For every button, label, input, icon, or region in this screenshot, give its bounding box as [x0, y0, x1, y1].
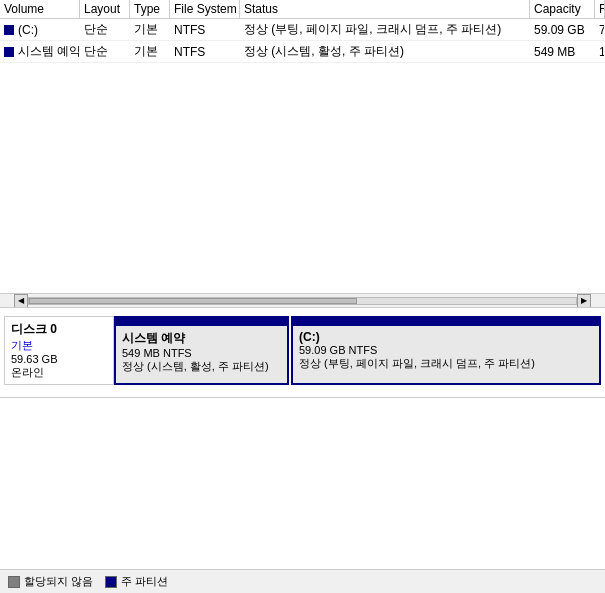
col-header-extra[interactable]: F [595, 0, 605, 18]
disk-row: 디스크 0 기본 59.63 GB 온라인 시스템 예약 549 MB NTFS… [4, 316, 601, 385]
disk-partitions: 시스템 예약 549 MB NTFS 정상 (시스템, 활성, 주 파티션) (… [114, 316, 601, 385]
table-body: (C:) 단순 기본 NTFS 정상 (부팅, 페이지 파일, 크래시 덤프, … [0, 19, 605, 63]
table-row[interactable]: 시스템 예약 단순 기본 NTFS 정상 (시스템, 활성, 주 파티션) 54… [0, 41, 605, 63]
cell-volume-1: 시스템 예약 [0, 41, 80, 62]
disk-icon-1 [4, 47, 14, 57]
legend-primary-box [105, 576, 117, 588]
legend-primary: 주 파티션 [105, 574, 168, 589]
partition-1[interactable]: (C:) 59.09 GB NTFS 정상 (부팅, 페이지 파일, 크래시 덤… [291, 316, 601, 385]
partition-status-0: 정상 (시스템, 활성, 주 파티션) [122, 359, 281, 374]
table-header: Volume Layout Type File System Status Ca… [0, 0, 605, 19]
col-header-layout[interactable]: Layout [80, 0, 130, 18]
disk-icon-0 [4, 25, 14, 35]
cell-capacity-0: 59.09 GB [530, 21, 595, 39]
disk-name: 디스크 0 [11, 321, 107, 338]
partition-size-0: 549 MB NTFS [122, 347, 281, 359]
cell-layout-0: 단순 [80, 19, 130, 40]
col-header-filesystem[interactable]: File System [170, 0, 240, 18]
cell-status-0: 정상 (부팅, 페이지 파일, 크래시 덤프, 주 파티션) [240, 19, 530, 40]
cell-extra-0: 7 [595, 21, 605, 39]
table-scroll-area [0, 63, 605, 293]
table-row[interactable]: (C:) 단순 기본 NTFS 정상 (부팅, 페이지 파일, 크래시 덤프, … [0, 19, 605, 41]
col-header-status[interactable]: Status [240, 0, 530, 18]
cell-status-1: 정상 (시스템, 활성, 주 파티션) [240, 41, 530, 62]
partition-status-1: 정상 (부팅, 페이지 파일, 크래시 덤프, 주 파티션) [299, 356, 593, 371]
cell-capacity-1: 549 MB [530, 43, 595, 61]
cell-extra-1: 1 [595, 43, 605, 61]
cell-layout-1: 단순 [80, 41, 130, 62]
partition-0[interactable]: 시스템 예약 549 MB NTFS 정상 (시스템, 활성, 주 파티션) [114, 316, 289, 385]
partition-header-1 [293, 318, 599, 326]
partition-size-1: 59.09 GB NTFS [299, 344, 593, 356]
legend-unallocated-box [8, 576, 20, 588]
cell-filesystem-1: NTFS [170, 43, 240, 61]
legend-unallocated-label: 할당되지 않음 [24, 574, 93, 589]
scroll-right-button[interactable]: ▶ [577, 294, 591, 308]
cell-filesystem-0: NTFS [170, 21, 240, 39]
col-header-capacity[interactable]: Capacity [530, 0, 595, 18]
main-container: Volume Layout Type File System Status Ca… [0, 0, 605, 593]
legend-primary-label: 주 파티션 [121, 574, 168, 589]
partition-name-0: 시스템 예약 [122, 330, 281, 347]
cell-volume-0: (C:) [0, 21, 80, 39]
legend: 할당되지 않음 주 파티션 [0, 569, 605, 593]
bottom-area [0, 397, 605, 569]
disk-size: 59.63 GB [11, 353, 107, 365]
legend-unallocated: 할당되지 않음 [8, 574, 93, 589]
horizontal-scrollbar[interactable]: ◀ ▶ [0, 293, 605, 307]
scrollbar-track[interactable] [28, 297, 577, 305]
disk-type: 기본 [11, 338, 107, 353]
col-header-volume[interactable]: Volume [0, 0, 80, 18]
disk-section: 디스크 0 기본 59.63 GB 온라인 시스템 예약 549 MB NTFS… [0, 307, 605, 397]
cell-type-0: 기본 [130, 19, 170, 40]
scroll-left-button[interactable]: ◀ [14, 294, 28, 308]
scrollbar-thumb[interactable] [29, 298, 357, 304]
disk-label: 디스크 0 기본 59.63 GB 온라인 [4, 316, 114, 385]
partition-header-0 [116, 318, 287, 326]
partition-name-1: (C:) [299, 330, 593, 344]
col-header-type[interactable]: Type [130, 0, 170, 18]
disk-status: 온라인 [11, 365, 107, 380]
cell-type-1: 기본 [130, 41, 170, 62]
